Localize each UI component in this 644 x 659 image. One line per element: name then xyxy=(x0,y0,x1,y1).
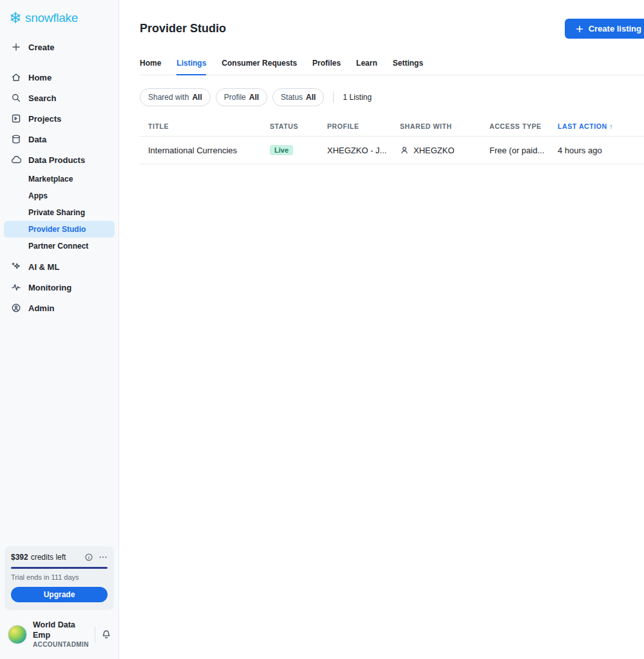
listing-shared-with: XHEGZKO xyxy=(392,137,481,164)
sidebar-item-label: Data xyxy=(28,135,46,144)
plus-icon xyxy=(575,24,584,33)
pulse-icon xyxy=(11,282,21,292)
database-icon xyxy=(11,134,21,144)
create-listing-button[interactable]: Create listing xyxy=(565,19,644,39)
column-header-last-action[interactable]: LAST ACTION ↑ xyxy=(549,117,644,136)
home-icon xyxy=(11,72,21,82)
sidebar-item-data[interactable]: Data xyxy=(0,129,118,149)
shield-person-icon xyxy=(11,303,21,313)
tab-consumer-requests[interactable]: Consumer Requests xyxy=(222,59,297,75)
account-name: World Data Emp xyxy=(33,620,89,640)
snowflake-logo-icon: ❄ xyxy=(9,10,22,26)
main-content: Provider Studio Create listing Home List… xyxy=(119,0,644,659)
tab-listings[interactable]: Listings xyxy=(176,59,206,75)
sidebar: ❄ snowflake Create Home Search xyxy=(0,0,119,659)
credits-progress-bar xyxy=(11,567,108,569)
sidebar-item-label: Home xyxy=(28,73,52,82)
projects-icon xyxy=(11,113,21,124)
listing-last-action: 4 hours ago xyxy=(549,137,644,164)
plus-icon xyxy=(11,42,21,52)
filter-value: All xyxy=(192,93,202,102)
filter-value: All xyxy=(306,93,316,102)
create-label: Create xyxy=(28,43,54,52)
sidebar-item-admin[interactable]: Admin xyxy=(0,298,118,318)
sidebar-item-home[interactable]: Home xyxy=(0,67,118,88)
table-header-row: TITLE STATUS PROFILE SHARED WITH ACCESS … xyxy=(140,117,644,137)
filters-row: Shared with All Profile All Status All 1… xyxy=(140,88,644,106)
listings-table: TITLE STATUS PROFILE SHARED WITH ACCESS … xyxy=(140,117,644,164)
sidebar-item-data-products[interactable]: Data Products xyxy=(0,149,118,170)
filter-profile[interactable]: Profile All xyxy=(216,88,267,106)
status-badge: Live xyxy=(270,145,293,155)
sidebar-item-private-sharing[interactable]: Private Sharing xyxy=(4,204,115,221)
listing-access-type: Free (or paid... xyxy=(481,137,549,164)
sidebar-item-label: Data Products xyxy=(28,155,85,165)
tab-home[interactable]: Home xyxy=(140,59,161,75)
person-icon xyxy=(400,146,409,155)
divider xyxy=(95,626,95,643)
listing-title[interactable]: International Currencies xyxy=(140,137,261,164)
filter-status[interactable]: Status All xyxy=(272,88,324,106)
sidebar-create-button[interactable]: Create xyxy=(0,35,118,59)
column-header-status[interactable]: STATUS xyxy=(261,117,319,136)
credits-summary: $392 credits left xyxy=(11,553,108,562)
notifications-bell-icon[interactable] xyxy=(101,629,111,640)
filter-label: Shared with xyxy=(148,93,189,102)
info-icon[interactable] xyxy=(84,553,93,562)
sidebar-item-search[interactable]: Search xyxy=(0,88,118,108)
sidebar-item-partner-connect[interactable]: Partner Connect xyxy=(4,238,115,254)
search-icon xyxy=(11,93,21,103)
account-avatar xyxy=(8,625,27,644)
cloud-icon xyxy=(11,155,21,165)
snowflake-logo[interactable]: ❄ snowflake xyxy=(0,0,118,35)
upgrade-button[interactable]: Upgrade xyxy=(11,587,108,602)
page-title: Provider Studio xyxy=(140,22,226,35)
brand-name: snowflake xyxy=(25,11,78,25)
data-products-subnav: Marketplace Apps Private Sharing Provide… xyxy=(0,171,118,254)
column-header-label: LAST ACTION xyxy=(558,122,607,130)
column-header-access-type[interactable]: ACCESS TYPE xyxy=(481,117,549,136)
sidebar-item-label: Admin xyxy=(28,303,54,313)
sidebar-item-monitoring[interactable]: Monitoring xyxy=(0,277,118,298)
sidebar-item-provider-studio[interactable]: Provider Studio xyxy=(4,221,115,238)
account-role: ACCOUNTADMIN xyxy=(33,641,89,649)
tab-settings[interactable]: Settings xyxy=(393,59,423,75)
filter-label: Profile xyxy=(224,93,246,102)
listing-status: Live xyxy=(261,137,319,164)
tab-learn[interactable]: Learn xyxy=(356,59,377,75)
divider xyxy=(333,91,334,103)
sidebar-item-label: Monitoring xyxy=(28,283,71,292)
column-header-shared-with[interactable]: SHARED WITH xyxy=(392,117,481,136)
sidebar-item-marketplace[interactable]: Marketplace xyxy=(4,171,115,187)
account-switcher[interactable]: World Data Emp ACCOUNTADMIN xyxy=(0,614,118,659)
filter-label: Status xyxy=(281,93,303,102)
shared-with-value: XHEGZKO xyxy=(413,146,455,155)
trial-note: Trial ends in 111 days xyxy=(11,573,108,581)
app-root: ❄ snowflake Create Home Search xyxy=(0,0,644,659)
sidebar-item-ai-ml[interactable]: AI & ML xyxy=(0,256,118,277)
sort-ascending-icon: ↑ xyxy=(609,122,613,130)
filter-value: All xyxy=(249,93,259,102)
sidebar-item-label: Projects xyxy=(28,114,61,124)
credits-amount: $392 xyxy=(11,553,28,562)
credits-suffix: credits left xyxy=(31,553,66,562)
column-header-title[interactable]: TITLE xyxy=(140,117,261,136)
sparkles-icon xyxy=(11,262,21,272)
listing-profile: XHEGZKO - J... xyxy=(319,137,392,164)
sidebar-item-apps[interactable]: Apps xyxy=(4,187,115,204)
tab-profiles[interactable]: Profiles xyxy=(312,59,341,75)
listing-count: 1 Listing xyxy=(343,93,372,102)
table-row[interactable]: International Currencies Live XHEGZKO - … xyxy=(140,137,644,164)
page-header: Provider Studio Create listing xyxy=(140,14,644,43)
column-header-profile[interactable]: PROFILE xyxy=(319,117,392,136)
sidebar-item-projects[interactable]: Projects xyxy=(0,108,118,129)
filter-shared-with[interactable]: Shared with All xyxy=(140,88,211,106)
sidebar-nav: Home Search Projects Data xyxy=(0,67,118,318)
sidebar-item-label: AI & ML xyxy=(28,262,59,272)
more-options-icon[interactable] xyxy=(99,553,108,562)
create-listing-label: Create listing xyxy=(589,24,641,33)
tab-bar: Home Listings Consumer Requests Profiles… xyxy=(140,59,644,75)
credits-panel: $392 credits left Trial ends in 111 days… xyxy=(5,546,114,610)
sidebar-item-label: Search xyxy=(28,93,56,103)
